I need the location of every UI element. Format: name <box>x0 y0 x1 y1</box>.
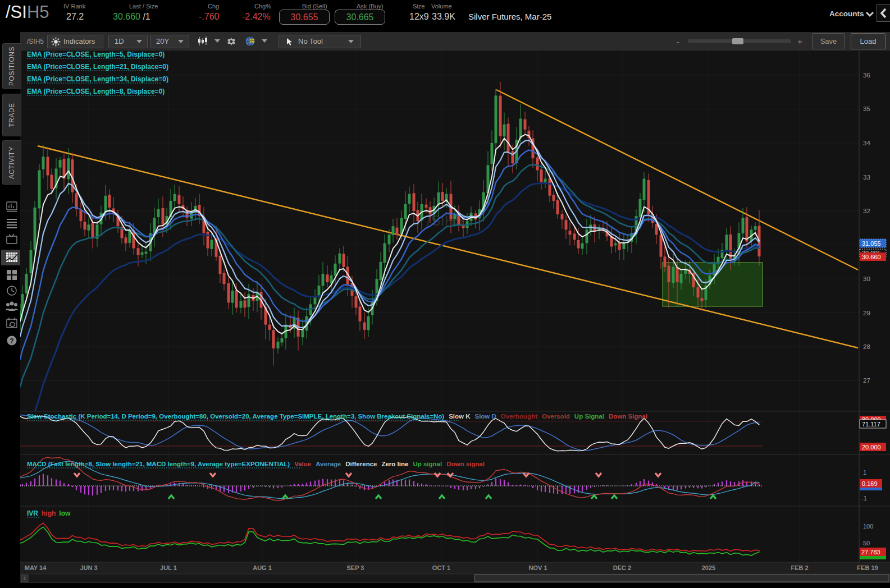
svg-text:29: 29 <box>863 310 870 316</box>
svg-text:32: 32 <box>863 208 870 214</box>
svg-text:FEB 19: FEB 19 <box>857 564 878 571</box>
svg-text:EMA (Price=CLOSE, Length=34, D: EMA (Price=CLOSE, Length=34, Displace=0) <box>27 75 168 83</box>
svg-text:-1: -1 <box>861 495 867 502</box>
svg-text:1: 1 <box>863 469 866 476</box>
svg-text:MAY 14: MAY 14 <box>25 564 47 571</box>
svg-text:DEC 2: DEC 2 <box>613 564 631 571</box>
svg-text:50: 50 <box>863 540 870 546</box>
svg-text:30.660: 30.660 <box>862 254 881 260</box>
svg-text:31.055: 31.055 <box>862 240 881 247</box>
svg-text:OCT 1: OCT 1 <box>432 564 450 571</box>
svg-text:JUN 3: JUN 3 <box>80 564 97 571</box>
svg-text:27: 27 <box>863 377 870 384</box>
svg-text:EMA (Price=CLOSE, Length=5, Di: EMA (Price=CLOSE, Length=5, Displace=0) <box>27 50 165 58</box>
svg-text:27.783: 27.783 <box>861 549 880 555</box>
svg-text:71.117: 71.117 <box>862 421 880 428</box>
svg-text:EMA (Price=CLOSE, Length=21, D: EMA (Price=CLOSE, Length=21, Displace=0) <box>27 63 168 71</box>
svg-text:36: 36 <box>863 72 870 79</box>
svg-text:35: 35 <box>863 105 870 112</box>
svg-text:Slow Stochastic (K Period=14,: Slow Stochastic (K Period=14, D Period=9… <box>27 413 647 420</box>
svg-text:34: 34 <box>863 140 870 146</box>
svg-text:33: 33 <box>863 174 870 181</box>
svg-text:MACD (Fast length=8, Slow leng: MACD (Fast length=8, Slow length=21, MAC… <box>27 461 485 467</box>
svg-text:30: 30 <box>863 275 870 282</box>
svg-text:0.169: 0.169 <box>862 480 878 487</box>
svg-text:2025: 2025 <box>702 564 715 571</box>
svg-text:100: 100 <box>863 523 873 530</box>
svg-text:JUL 1: JUL 1 <box>160 564 177 571</box>
svg-text:?: ? <box>10 337 13 345</box>
svg-text:28: 28 <box>863 343 870 350</box>
svg-text:20.000: 20.000 <box>862 444 881 451</box>
svg-text:SEP 3: SEP 3 <box>347 564 364 571</box>
svg-text:EMA (Price=CLOSE, Length=8, Di: EMA (Price=CLOSE, Length=8, Displace=0) <box>27 88 165 95</box>
svg-text:NOV 1: NOV 1 <box>528 564 547 571</box>
svg-text:IVRhighlow: IVRhighlow <box>27 509 71 517</box>
svg-text:AUG 1: AUG 1 <box>253 564 272 571</box>
svg-text:FEB 2: FEB 2 <box>791 564 808 571</box>
